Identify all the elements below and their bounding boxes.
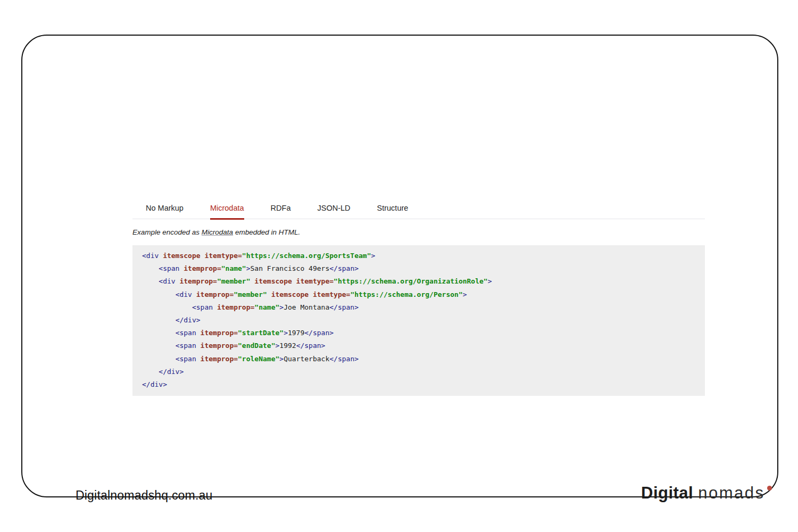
logo-word-nomads: nomads	[698, 484, 764, 503]
markup-format-tabs: No MarkupMicrodataRDFaJSON-LDStructure	[132, 204, 705, 219]
logo-dot-icon	[767, 486, 772, 491]
slide-card: No MarkupMicrodataRDFaJSON-LDStructure E…	[21, 35, 778, 497]
code-line: <span itemprop="name">Joe Montana</span>	[142, 301, 695, 314]
tab-structure[interactable]: Structure	[377, 204, 409, 219]
code-line: <span itemprop="name">San Francisco 49er…	[142, 262, 695, 275]
code-line: <span itemprop="roleName">Quarterback</s…	[142, 353, 695, 365]
code-line: <div itemprop="member" itemscope itemtyp…	[142, 288, 695, 301]
code-line: <div itemscope itemtype="https://schema.…	[142, 250, 695, 262]
tab-json-ld[interactable]: JSON-LD	[317, 204, 350, 219]
microdata-link[interactable]: Microdata	[202, 228, 233, 236]
tab-rdfa[interactable]: RDFa	[271, 204, 291, 219]
code-block: <div itemscope itemtype="https://schema.…	[132, 245, 705, 396]
code-line: <span itemprop="endDate">1992</span>	[142, 339, 695, 352]
tab-no-markup[interactable]: No Markup	[146, 204, 184, 219]
tab-microdata[interactable]: Microdata	[210, 204, 244, 219]
example-caption: Example encoded as Microdata embedded in…	[132, 228, 705, 236]
digital-nomads-logo: Digital nomads	[641, 484, 772, 503]
schema-example-widget: No MarkupMicrodataRDFaJSON-LDStructure E…	[132, 204, 705, 396]
caption-suffix: embedded in HTML.	[233, 228, 300, 236]
code-line: <div itemprop="member" itemscope itemtyp…	[142, 275, 695, 288]
code-line: </div>	[142, 314, 695, 327]
logo-word-digital: Digital	[641, 484, 693, 503]
code-line: </div>	[142, 365, 695, 378]
code-line: <span itemprop="startDate">1979</span>	[142, 327, 695, 339]
site-url-text: Digitalnomadshq.com.au	[76, 488, 213, 503]
caption-prefix: Example encoded as	[132, 228, 202, 236]
code-line: </div>	[142, 378, 695, 391]
